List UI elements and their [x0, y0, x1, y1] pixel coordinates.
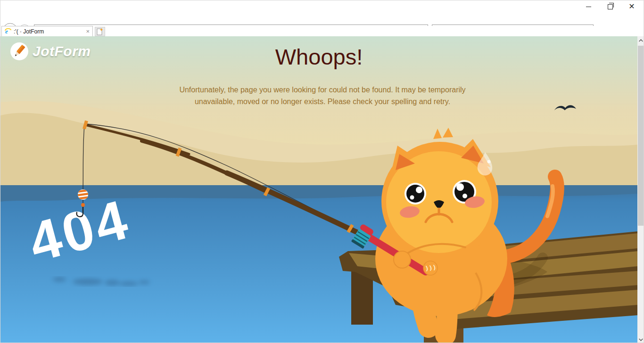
page-content: 404	[0, 36, 644, 343]
cat-leg	[422, 282, 429, 327]
restore-button[interactable]	[599, 0, 621, 13]
new-tab-button[interactable]	[95, 27, 105, 36]
title-bar: ✕	[0, 0, 644, 13]
toolbar: e https://www.jotform.com/uploads/brunof…	[0, 12, 644, 26]
minimize-icon	[586, 7, 591, 7]
tab-bar: e :'( · JotForm ×	[0, 26, 644, 36]
page-title: Whoops!	[0, 44, 637, 70]
restore-icon	[608, 4, 613, 9]
cat-paw	[394, 251, 411, 268]
minimize-button[interactable]	[578, 0, 599, 13]
close-button[interactable]: ✕	[621, 0, 643, 13]
chevron-down-icon	[639, 338, 643, 341]
new-tab-icon	[97, 28, 103, 35]
404-illustration: 404	[0, 36, 638, 343]
scroll-down-button[interactable]	[637, 335, 644, 343]
cat-paw	[423, 261, 438, 275]
tab-favicon-ie: e	[5, 28, 11, 35]
chevron-up-icon	[639, 39, 643, 42]
vertical-scrollbar[interactable]	[637, 36, 644, 343]
close-icon: ✕	[628, 3, 635, 10]
window-controls: ✕	[578, 0, 643, 13]
tab-close-icon[interactable]: ×	[86, 28, 90, 35]
tab-title: :'( · JotForm	[14, 28, 84, 35]
scroll-up-button[interactable]	[637, 36, 644, 44]
scrollbar-thumb[interactable]	[638, 46, 644, 226]
tab-jotform[interactable]: e :'( · JotForm ×	[1, 26, 93, 36]
cat-leg	[446, 288, 447, 335]
browser-window: ✕ e https://www.jotform.com/uploads/brun…	[0, 0, 644, 343]
error-message: Unfortunately, the page you were looking…	[168, 84, 477, 108]
